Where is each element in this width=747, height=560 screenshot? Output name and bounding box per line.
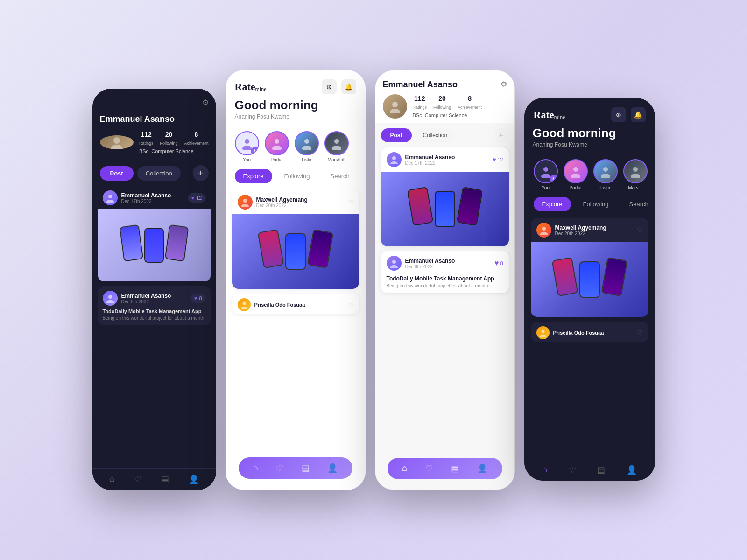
home-nav-icon[interactable]: ⌂: [109, 474, 114, 484]
white-post1-like[interactable]: ♥ 12: [493, 156, 503, 163]
tab-explore[interactable]: Explore: [235, 169, 272, 183]
collection-button[interactable]: Collection: [137, 166, 181, 181]
bottom-nav-dark-left: ⌂ ♡ ▤ 👤: [92, 468, 216, 490]
svg-point-6: [245, 139, 249, 144]
white-todo-content: TodoDaily Mobile Task Management App Bei…: [381, 275, 509, 293]
chat-nav[interactable]: ▤: [302, 463, 310, 473]
dark-add-icon-btn[interactable]: ⊕: [611, 107, 626, 122]
dark-tab-search[interactable]: Search: [621, 197, 655, 211]
dark-priscilla-like[interactable]: ♡: [637, 329, 643, 337]
header-icons: ⊕ 🔔: [322, 79, 356, 94]
maxwell-post-image: [232, 214, 359, 289]
svg-point-26: [573, 167, 578, 172]
post-card-2: Emmanuel Asanso Dec 8th 2022 ♥ 8 TodoDai…: [98, 286, 211, 325]
mockup-phone-1: [120, 224, 144, 262]
profile-nav-icon[interactable]: 👤: [189, 474, 199, 484]
add-button[interactable]: +: [193, 165, 209, 181]
svg-point-5: [106, 300, 114, 303]
white-feed-card-2: Emmanuel Asanso Dec 8th 2022 ♥ 8 TodoDai…: [381, 251, 509, 293]
dark-story-portia[interactable]: Portia: [564, 159, 588, 190]
white-degree: BSc. Computer Science: [413, 112, 482, 118]
priscilla-like[interactable]: ♡: [349, 302, 353, 308]
story-add-icon: +: [251, 147, 259, 155]
maxwell-name: Maxwell Agyemang: [256, 196, 308, 203]
phone-light-center: Ratemine ⊕ 🔔 Good morning Ananing Fosu K…: [226, 70, 366, 490]
dark-story-marshall[interactable]: Mars...: [623, 159, 648, 190]
chat-nav-icon[interactable]: ▤: [161, 474, 169, 484]
svg-point-10: [304, 139, 309, 144]
dark-story-justin[interactable]: Justin: [593, 159, 618, 190]
post-author-1: Emmanuel Asanso: [121, 192, 171, 199]
profile-nav[interactable]: 👤: [327, 463, 338, 473]
dark-right-stories: + You Portia Justin: [524, 159, 655, 197]
story-portia[interactable]: Portia: [265, 131, 289, 162]
user-name: Emmanuel Asanso: [100, 114, 209, 124]
user-avatar: [100, 135, 134, 149]
white-add-btn[interactable]: +: [494, 128, 509, 143]
bell-icon-btn[interactable]: 🔔: [341, 79, 356, 94]
post-button[interactable]: Post: [100, 166, 134, 181]
ratings-stat: 112 Ratings: [139, 131, 154, 147]
dark-maxwell-date: Dec 20th 2022: [555, 231, 606, 236]
dark-right-tabs: Explore Following Search: [524, 197, 655, 218]
dark-maxwell-avatar: [536, 223, 551, 238]
dark-story-you[interactable]: + You: [534, 159, 558, 190]
white-heart-nav[interactable]: ♡: [425, 463, 433, 474]
dark-right-heart-nav[interactable]: ♡: [569, 465, 576, 475]
story-marshall[interactable]: Marshall: [324, 131, 349, 162]
svg-point-8: [275, 139, 279, 144]
heart-nav[interactable]: ♡: [276, 463, 283, 473]
svg-point-35: [540, 335, 546, 337]
tabs-row: Explore Following Search: [226, 169, 366, 190]
svg-point-3: [106, 200, 114, 203]
dark-tab-following[interactable]: Following: [575, 197, 617, 211]
dark-story-avatar-portia: [564, 159, 588, 183]
svg-point-7: [242, 146, 252, 150]
svg-point-1: [111, 145, 122, 149]
tab-following[interactable]: Following: [276, 169, 318, 183]
maxwell-like[interactable]: ♡: [349, 199, 353, 205]
post-card-1: Emmanuel Asanso Dec 17th 2022 ♥ 12: [98, 187, 211, 281]
mockup-phone-3: [165, 224, 189, 262]
dark-maxwell-like[interactable]: ♡: [637, 226, 643, 234]
svg-point-31: [631, 174, 640, 178]
greeting-text: Good morning: [235, 98, 356, 112]
dark-bell-icon-btn[interactable]: 🔔: [631, 107, 646, 122]
dark-tab-explore[interactable]: Explore: [534, 197, 571, 211]
white-settings-icon[interactable]: ⚙: [500, 80, 507, 89]
white-post1-author: Emmanuel Asanso: [405, 154, 455, 161]
phone-white-center: Emmanuel Asanso ⚙ 112 Ratings: [375, 70, 515, 490]
dark-right-chat-nav[interactable]: ▤: [597, 465, 605, 475]
svg-point-22: [392, 260, 396, 264]
tab-search[interactable]: Search: [322, 169, 358, 183]
white-post-btn[interactable]: Post: [381, 128, 412, 142]
story-you[interactable]: + You: [235, 131, 259, 162]
white-chat-nav[interactable]: ▤: [451, 463, 459, 474]
story-name-marshall: Marshall: [328, 157, 345, 162]
dark-left-actions: Post Collection +: [92, 160, 216, 187]
svg-point-33: [540, 232, 548, 235]
add-icon-btn[interactable]: ⊕: [322, 79, 337, 94]
story-justin[interactable]: Justin: [295, 131, 319, 162]
white-post2-like[interactable]: ♥ 8: [494, 259, 503, 267]
dark-priscilla-name: Priscilla Odo Fosuaa: [553, 330, 604, 336]
white-profile-nav[interactable]: 👤: [477, 463, 487, 474]
dark-maxwell-name: Maxwell Agyemang: [555, 224, 606, 231]
dark-right-profile-nav[interactable]: 👤: [627, 465, 637, 475]
post-author-2: Emmanuel Asanso: [121, 293, 171, 299]
white-post1-avatar: [387, 152, 402, 167]
dark-story-add-icon: +: [550, 175, 558, 183]
bottom-nav-dark-right: ⌂ ♡ ▤ 👤: [524, 459, 655, 481]
svg-point-28: [603, 167, 608, 172]
like-badge-2[interactable]: ♥ 8: [190, 294, 206, 303]
heart-nav-icon[interactable]: ♡: [134, 474, 141, 484]
like-badge-1[interactable]: ♥ 12: [188, 193, 206, 203]
svg-point-23: [390, 265, 398, 268]
svg-point-25: [541, 174, 550, 178]
white-collection-btn[interactable]: Collection: [416, 128, 455, 142]
settings-icon[interactable]: ⚙: [202, 98, 209, 107]
home-nav[interactable]: ⌂: [253, 463, 258, 473]
dark-right-home-nav[interactable]: ⌂: [542, 465, 547, 475]
white-home-nav[interactable]: ⌂: [402, 463, 407, 474]
white-profile-header: Emmanuel Asanso ⚙ 112 Ratings: [375, 70, 514, 123]
